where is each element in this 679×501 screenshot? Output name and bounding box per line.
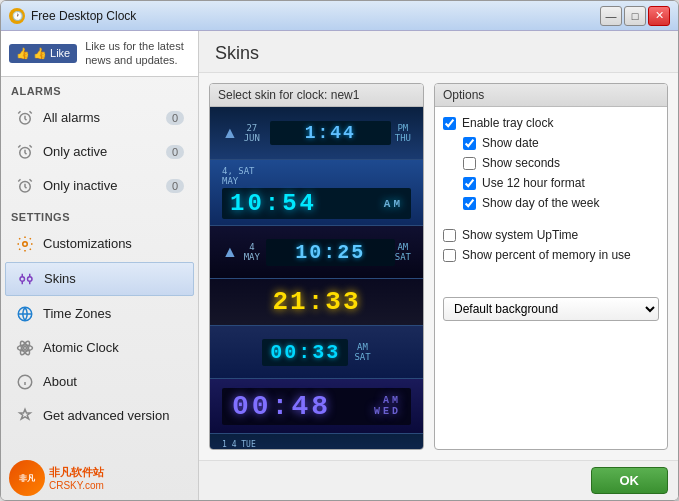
enable-tray-label: Enable tray clock — [462, 116, 553, 130]
sidebar-item-time-zones[interactable]: Time Zones — [5, 298, 194, 330]
title-bar: 🕐 Free Desktop Clock — □ ✕ — [1, 1, 678, 31]
ok-button[interactable]: OK — [591, 467, 669, 494]
alarms-section-header: ALARMS — [1, 77, 198, 101]
enable-tray-checkbox[interactable] — [443, 117, 456, 130]
svg-point-4 — [20, 276, 25, 281]
skins-list[interactable]: ▲ 27 JUN 1:44 PM THU — [210, 107, 423, 449]
settings-icon — [15, 234, 35, 254]
page-title: Skins — [199, 31, 678, 73]
skin-item-2[interactable]: 4, SATMAY 10:54 AM — [210, 160, 423, 226]
options-header: Options — [435, 84, 667, 107]
show-uptime-checkbox[interactable] — [443, 229, 456, 242]
timezone-icon — [15, 304, 35, 324]
option-show-seconds: Show seconds — [443, 155, 659, 171]
alarm-inactive-icon — [15, 176, 35, 196]
skins-panel: Select skin for clock: new1 ▲ 27 JUN — [209, 83, 424, 450]
skin-item-1[interactable]: ▲ 27 JUN 1:44 PM THU — [210, 107, 423, 160]
alarm-active-icon — [15, 142, 35, 162]
time-zones-label: Time Zones — [43, 306, 184, 321]
thumb-icon: 👍 — [16, 47, 30, 60]
settings-section-header: SETTINGS — [1, 203, 198, 227]
option-show-memory: Show percent of memory in use — [443, 247, 659, 263]
clock-display-5: 00:33 AM SAT — [216, 330, 417, 374]
watermark-sub: CRSKY.com — [49, 480, 104, 491]
skins-icon — [16, 269, 36, 289]
clock-nav-up-3[interactable]: ▲ — [222, 243, 238, 261]
sidebar-item-atomic-clock[interactable]: Atomic Clock — [5, 332, 194, 364]
main-body: Select skin for clock: new1 ▲ 27 JUN — [199, 73, 678, 460]
sidebar-item-only-inactive[interactable]: Only inactive 0 — [5, 170, 194, 202]
show-uptime-label: Show system UpTime — [462, 228, 578, 242]
watermark-logo: 非凡 — [9, 460, 45, 496]
window-controls: — □ ✕ — [600, 6, 670, 26]
only-inactive-badge: 0 — [166, 179, 184, 193]
show-memory-checkbox[interactable] — [443, 249, 456, 262]
show-memory-label: Show percent of memory in use — [462, 248, 631, 262]
like-button[interactable]: 👍 👍 Like — [9, 44, 77, 63]
options-panel: Options Enable tray clock Show date — [434, 83, 668, 450]
main-content: Skins Select skin for clock: new1 ▲ 27 J… — [199, 31, 678, 500]
use-12hr-checkbox[interactable] — [463, 177, 476, 190]
show-date-checkbox[interactable] — [463, 137, 476, 150]
about-label: About — [43, 374, 184, 389]
clock-display-3: ▲ 4 MAY 10:25 AM SAT — [216, 230, 417, 274]
app-icon: 🕐 — [9, 8, 25, 24]
only-active-label: Only active — [43, 144, 158, 159]
dropdown-row: Default background Custom background — [443, 297, 659, 321]
main-window: 🕐 Free Desktop Clock — □ ✕ 👍 👍 Like Like… — [0, 0, 679, 501]
skin-item-6[interactable]: 00:48 AM WED — [210, 379, 423, 434]
sidebar-item-skins[interactable]: Skins — [5, 262, 194, 296]
options-body: Enable tray clock Show date Show seconds — [435, 107, 667, 449]
svg-point-3 — [23, 241, 28, 246]
show-day-label: Show day of the week — [482, 196, 599, 210]
skin-item-4[interactable]: 21:33 — [210, 279, 423, 326]
like-box: 👍 👍 Like Like us for the latestnews and … — [1, 31, 198, 77]
customizations-label: Customizations — [43, 236, 184, 251]
background-dropdown[interactable]: Default background Custom background — [443, 297, 659, 321]
sidebar-item-get-advanced[interactable]: Get advanced version — [5, 400, 194, 432]
advanced-icon — [15, 406, 35, 426]
skin-item-7[interactable]: 1 4 TUEMAY 00:33PM — [210, 434, 423, 449]
skins-label: Skins — [44, 271, 183, 286]
show-seconds-label: Show seconds — [482, 156, 560, 170]
only-inactive-label: Only inactive — [43, 178, 158, 193]
close-button[interactable]: ✕ — [648, 6, 670, 26]
sidebar-item-all-alarms[interactable]: All alarms 0 — [5, 102, 194, 134]
minimize-button[interactable]: — — [600, 6, 622, 26]
show-day-checkbox[interactable] — [463, 197, 476, 210]
maximize-button[interactable]: □ — [624, 6, 646, 26]
skin-item-5[interactable]: 00:33 AM SAT — [210, 326, 423, 379]
show-seconds-checkbox[interactable] — [463, 157, 476, 170]
sidebar-item-only-active[interactable]: Only active 0 — [5, 136, 194, 168]
atomic-icon — [15, 338, 35, 358]
sidebar-item-about[interactable]: About — [5, 366, 194, 398]
alarm-icon — [15, 108, 35, 128]
get-advanced-label: Get advanced version — [43, 408, 184, 423]
content-area: 👍 👍 Like Like us for the latestnews and … — [1, 31, 678, 500]
skin-item-3[interactable]: ▲ 4 MAY 10:25 AM SAT — [210, 226, 423, 279]
atomic-clock-label: Atomic Clock — [43, 340, 184, 355]
option-show-date: Show date — [443, 135, 659, 151]
like-text: Like us for the latestnews and updates. — [85, 39, 183, 68]
sidebar: 👍 👍 Like Like us for the latestnews and … — [1, 31, 199, 500]
use-12hr-label: Use 12 hour format — [482, 176, 585, 190]
only-active-badge: 0 — [166, 145, 184, 159]
about-icon — [15, 372, 35, 392]
bottom-bar: OK — [199, 460, 678, 500]
window-title: Free Desktop Clock — [31, 9, 600, 23]
option-enable-tray: Enable tray clock — [443, 115, 659, 131]
clock-display-1: ▲ 27 JUN 1:44 PM THU — [216, 111, 417, 155]
sidebar-item-customizations[interactable]: Customizations — [5, 228, 194, 260]
all-alarms-badge: 0 — [166, 111, 184, 125]
watermark: 非凡 非凡软件站 CRSKY.com — [1, 456, 198, 500]
spacer-3 — [443, 279, 659, 287]
all-alarms-label: All alarms — [43, 110, 158, 125]
option-show-day: Show day of the week — [443, 195, 659, 211]
option-use-12hr: Use 12 hour format — [443, 175, 659, 191]
spacer-1 — [443, 215, 659, 223]
option-show-uptime: Show system UpTime — [443, 227, 659, 243]
show-date-label: Show date — [482, 136, 539, 150]
clock-nav-up-1[interactable]: ▲ — [222, 124, 238, 142]
svg-point-7 — [24, 346, 27, 349]
watermark-text: 非凡软件站 — [49, 465, 104, 480]
